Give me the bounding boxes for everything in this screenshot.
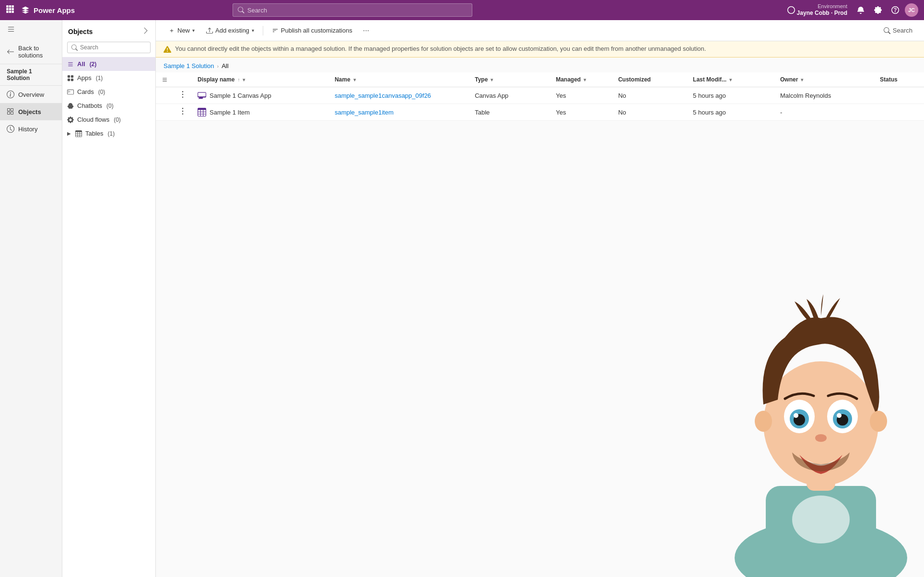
objects-item-chatbots[interactable]: Chatbots (0) xyxy=(62,99,155,113)
filter-owner-icon[interactable]: ▾ xyxy=(801,77,803,82)
th-type-label: Type xyxy=(475,76,488,83)
publish-btn[interactable]: Publish all customizations xyxy=(267,24,357,36)
publish-btn-label: Publish all customizations xyxy=(281,27,352,34)
toolbar-separator xyxy=(263,26,263,35)
objects-header: Objects xyxy=(62,20,155,40)
table-body: Sample 1 Canvas App sample_sample1canvas… xyxy=(156,87,924,121)
main-layout: Back to solutions Sample 1 Solution Over… xyxy=(0,20,924,577)
sort-ascending-icon: ↑ xyxy=(237,77,240,82)
toolbar-search-btn[interactable]: Search xyxy=(880,25,916,36)
filter-lastmod-icon[interactable]: ▾ xyxy=(729,77,732,82)
objects-item-all[interactable]: All (2) xyxy=(62,57,155,71)
toolbar: New ▾ Add existing ▾ Publish all customi… xyxy=(156,20,924,41)
sidebar-item-history[interactable]: History xyxy=(0,120,62,138)
th-last-modified[interactable]: Last Modif... ▾ xyxy=(687,72,774,87)
row1-status xyxy=(874,87,924,104)
row2-customized: No xyxy=(612,104,687,121)
env-name: Jayne Cobb · Prod xyxy=(797,10,847,16)
add-existing-btn[interactable]: Add existing ▾ xyxy=(201,24,259,36)
objects-item-cloud-flows[interactable]: Cloud flows (0) xyxy=(62,113,155,127)
svg-point-12 xyxy=(792,496,850,543)
svg-rect-11 xyxy=(807,457,835,491)
th-owner[interactable]: Owner ▾ xyxy=(774,72,874,87)
topbar-right: Environment Jayne Cobb · Prod JC xyxy=(784,1,918,19)
objects-item-cards[interactable]: Cards (0) xyxy=(62,85,155,99)
objects-item-apps[interactable]: Apps (1) xyxy=(62,71,155,85)
row2-display-name-text: Sample 1 Item xyxy=(210,109,250,116)
sidebar-item-objects[interactable]: Objects xyxy=(0,103,62,120)
row2-actions-btn[interactable] xyxy=(179,108,186,116)
th-select-all[interactable] xyxy=(156,72,174,87)
objects-item-apps-label: Apps xyxy=(77,74,92,81)
row2-display-name[interactable]: Sample 1 Item xyxy=(192,104,329,121)
filter-display-icon[interactable]: ▾ xyxy=(243,77,245,82)
filter-managed-icon[interactable]: ▾ xyxy=(584,77,586,82)
th-customized-label: Customized xyxy=(618,76,651,83)
env-info[interactable]: Environment Jayne Cobb · Prod xyxy=(784,1,851,19)
new-btn[interactable]: New ▾ xyxy=(164,24,199,36)
row1-managed: Yes xyxy=(550,87,612,104)
svg-rect-0 xyxy=(6,5,9,8)
svg-rect-10 xyxy=(766,486,876,572)
objects-item-chatbots-label: Chatbots xyxy=(77,102,102,109)
th-status-label: Status xyxy=(880,76,898,83)
settings-btn[interactable] xyxy=(870,4,886,16)
table-header-row: Display name ↑ ▾ Name ▾ xyxy=(156,72,924,87)
expand-icon: ▶ xyxy=(67,131,71,136)
th-managed-label: Managed xyxy=(556,76,581,83)
row1-actions-cell[interactable] xyxy=(174,87,192,104)
topbar-search-box[interactable] xyxy=(233,3,472,17)
objects-search-input[interactable] xyxy=(80,44,146,51)
warning-banner: You cannot directly edit the objects wit… xyxy=(156,41,924,58)
table-row: Sample 1 Item sample_sample1item Table Y… xyxy=(156,104,924,121)
topbar: Power Apps Environment Jayne Cobb · Prod… xyxy=(0,0,924,20)
row2-status xyxy=(874,104,924,121)
filter-name-icon[interactable]: ▾ xyxy=(353,77,356,82)
row2-name: sample_sample1item xyxy=(329,104,469,121)
svg-rect-5 xyxy=(12,8,14,10)
sidebar-item-history-label: History xyxy=(18,126,37,133)
row1-actions-btn[interactable] xyxy=(179,91,186,99)
th-display-name[interactable]: Display name ↑ ▾ xyxy=(192,72,329,87)
collapse-btn[interactable] xyxy=(142,27,150,36)
new-btn-chevron: ▾ xyxy=(192,28,195,33)
svg-rect-3 xyxy=(6,8,9,10)
th-owner-label: Owner xyxy=(780,76,798,83)
svg-rect-6 xyxy=(6,11,9,13)
breadcrumb-current: All xyxy=(222,62,228,69)
more-actions-btn[interactable]: ··· xyxy=(359,24,373,37)
th-managed[interactable]: Managed ▾ xyxy=(550,72,612,87)
row2-actions-cell[interactable] xyxy=(174,104,192,121)
svg-point-13 xyxy=(763,361,878,486)
filter-type-icon[interactable]: ▾ xyxy=(491,77,493,82)
sidebar-item-overview[interactable]: Overview xyxy=(0,86,62,103)
objects-search-box[interactable] xyxy=(67,42,151,53)
breadcrumb: Sample 1 Solution › All xyxy=(156,58,924,72)
objects-item-all-label: All xyxy=(77,60,85,68)
hamburger-btn[interactable] xyxy=(0,20,62,40)
help-btn[interactable] xyxy=(888,4,903,16)
notifications-btn[interactable] xyxy=(853,4,868,16)
breadcrumb-solution-link[interactable]: Sample 1 Solution xyxy=(164,62,214,69)
user-avatar[interactable]: JC xyxy=(905,3,918,17)
row1-checkbox-cell xyxy=(156,87,174,104)
objects-panel-title: Objects xyxy=(68,28,93,35)
sidebar-back-to-solutions[interactable]: Back to solutions xyxy=(0,40,62,64)
row1-name: sample_sample1canvasapp_09f26 xyxy=(329,87,469,104)
row1-last-modified: 5 hours ago xyxy=(687,87,774,104)
row1-display-name[interactable]: Sample 1 Canvas App xyxy=(192,87,329,104)
warning-text: You cannot directly edit the objects wit… xyxy=(175,45,706,52)
svg-rect-8 xyxy=(12,11,14,13)
objects-item-tables-label: Tables xyxy=(85,130,104,137)
breadcrumb-separator: › xyxy=(217,63,219,69)
row1-name-text: sample_sample1canvasapp_09f26 xyxy=(335,92,431,99)
th-name[interactable]: Name ▾ xyxy=(329,72,469,87)
waffle-icon[interactable] xyxy=(6,5,14,16)
objects-item-tables[interactable]: ▶ Tables (1) xyxy=(62,127,155,140)
th-type[interactable]: Type ▾ xyxy=(469,72,550,87)
app-logo[interactable]: Power Apps xyxy=(21,6,75,14)
topbar-search-input[interactable] xyxy=(247,7,468,14)
svg-point-20 xyxy=(794,414,805,426)
content-area: New ▾ Add existing ▾ Publish all customi… xyxy=(156,20,924,577)
objects-item-cloud-flows-label: Cloud flows xyxy=(77,116,109,123)
